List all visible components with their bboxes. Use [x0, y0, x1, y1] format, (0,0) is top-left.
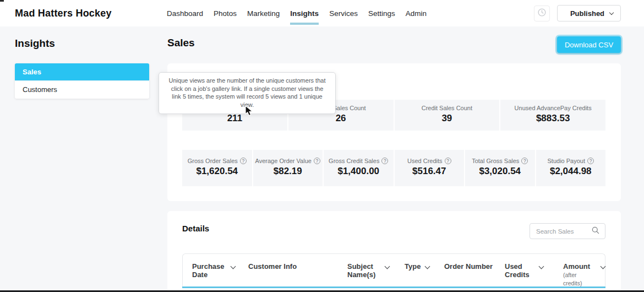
stat-gross-order-sales: Gross Order Sales $1,620.54	[182, 150, 252, 186]
sales-content: Sales Download CSV Unique Views 211 Orde…	[167, 26, 621, 290]
sort-chevron-icon	[425, 264, 430, 269]
column-header-type[interactable]: Type	[405, 254, 444, 286]
topbar-actions: Published	[534, 5, 621, 21]
stat-used-credits: Used Credits $516.47	[395, 150, 465, 186]
help-icon[interactable]	[587, 158, 594, 164]
stat-credit-sales-count: Credit Sales Count 39	[395, 100, 500, 131]
nav-services[interactable]: Services	[329, 0, 358, 26]
nav-admin[interactable]: Admin	[406, 0, 427, 26]
search-sales-input[interactable]	[536, 228, 591, 235]
published-dropdown[interactable]: Published	[557, 5, 621, 21]
stat-studio-payout: Studio Payout $2,044.98	[536, 150, 606, 186]
stat-gross-credit-sales: Gross Credit Sales $1,400.00	[324, 150, 394, 186]
search-sales-box	[530, 223, 605, 239]
column-header-used-credits[interactable]: Used Credits	[505, 254, 563, 286]
column-label: Type	[405, 262, 421, 271]
stat-label: Gross Credit Sales	[329, 158, 379, 164]
top-navigation-bar: Mad Hatters Hockey Dashboard Photos Mark…	[0, 0, 644, 26]
details-card: Details Purchase Date Customer Info	[167, 211, 621, 290]
stat-value: $2,044.98	[536, 166, 606, 177]
stat-label: Credit Sales Count	[422, 105, 472, 111]
nav-insights[interactable]: Insights	[290, 0, 319, 26]
help-icon[interactable]	[521, 158, 528, 164]
stat-total-gross-sales: Total Gross Sales $3,020.54	[465, 150, 535, 186]
column-header-amount[interactable]: Amount (after credits)	[563, 254, 605, 286]
stat-average-order-value: Average Order Value $82.19	[253, 150, 323, 186]
stat-value: 211	[182, 113, 287, 124]
stat-value: $3,020.54	[465, 166, 535, 177]
column-label: Customer Info	[248, 262, 297, 271]
nav-settings[interactable]: Settings	[368, 0, 395, 26]
help-icon[interactable]	[314, 158, 320, 164]
column-sublabel: (after credits)	[563, 271, 596, 288]
sort-chevron-icon	[601, 264, 606, 269]
stat-label: Average Order Value	[255, 158, 312, 164]
history-button[interactable]	[534, 6, 550, 21]
stat-value: 26	[288, 113, 394, 124]
help-icon[interactable]	[240, 158, 247, 164]
help-icon[interactable]	[381, 158, 388, 164]
search-icon	[591, 226, 600, 237]
stat-label: Studio Payout	[548, 158, 586, 164]
column-header-order-number: Order Number	[444, 254, 505, 286]
stat-value: $883.53	[500, 113, 605, 124]
nav-marketing[interactable]: Marketing	[247, 0, 280, 26]
insights-menu: Sales Customers	[15, 63, 149, 99]
help-icon[interactable]	[445, 158, 451, 164]
chevron-down-icon	[609, 10, 614, 14]
stat-value: $1,620.54	[182, 166, 252, 177]
app-window: Mad Hatters Hockey Dashboard Photos Mark…	[0, 0, 644, 292]
column-label: Amount	[563, 262, 590, 271]
details-title: Details	[182, 224, 209, 233]
column-label: Used Credits	[505, 262, 534, 279]
sales-table-header: Purchase Date Customer Info Subject Name…	[182, 253, 605, 286]
main-nav: Dashboard Photos Marketing Insights Serv…	[167, 0, 427, 26]
column-header-customer-info: Customer Info	[248, 254, 347, 286]
nav-dashboard[interactable]: Dashboard	[167, 0, 203, 26]
sidebar-item-customers[interactable]: Customers	[15, 81, 149, 99]
insights-sidebar: Insights Sales Customers	[0, 26, 163, 290]
column-header-purchase-date[interactable]: Purchase Date	[192, 254, 248, 286]
studio-name: Mad Hatters Hockey	[15, 0, 112, 26]
stat-label: Used Credits	[407, 158, 443, 164]
clock-icon	[537, 8, 547, 19]
sidebar-item-sales[interactable]: Sales	[15, 63, 149, 81]
column-header-subject-names[interactable]: Subject Name(s)	[347, 254, 405, 286]
stat-value: $1,400.00	[324, 166, 394, 177]
sidebar-title: Insights	[15, 37, 55, 50]
stat-unused-advancepay-credits: Unused AdvancePay Credits $883.53	[500, 100, 605, 131]
sort-chevron-icon	[385, 264, 390, 269]
download-csv-button[interactable]: Download CSV	[557, 36, 621, 53]
table-accent-line	[182, 286, 605, 288]
stat-label: Gross Order Sales	[188, 158, 238, 164]
page-body: Insights Sales Customers Sales Download …	[0, 26, 644, 290]
stat-label: Unused AdvancePay Credits	[515, 105, 592, 111]
column-label: Subject Name(s)	[347, 262, 380, 279]
content-header: Sales Download CSV	[167, 26, 621, 63]
stat-value: $82.19	[253, 166, 323, 177]
nav-photos[interactable]: Photos	[214, 0, 237, 26]
screen-edge-artifact	[0, 0, 4, 2]
column-label: Purchase Date	[192, 262, 226, 279]
stat-value: $516.47	[395, 166, 465, 177]
stat-label: Total Gross Sales	[472, 158, 519, 164]
sort-chevron-icon	[539, 264, 544, 269]
column-label: Order Number	[444, 262, 493, 271]
stat-value: 39	[395, 113, 500, 124]
sort-chevron-icon	[231, 264, 236, 269]
stats-row-dollars: Gross Order Sales $1,620.54 Average Orde…	[182, 150, 605, 186]
mouse-cursor	[245, 105, 253, 119]
page-title: Sales	[167, 37, 195, 49]
published-label: Published	[565, 9, 610, 18]
